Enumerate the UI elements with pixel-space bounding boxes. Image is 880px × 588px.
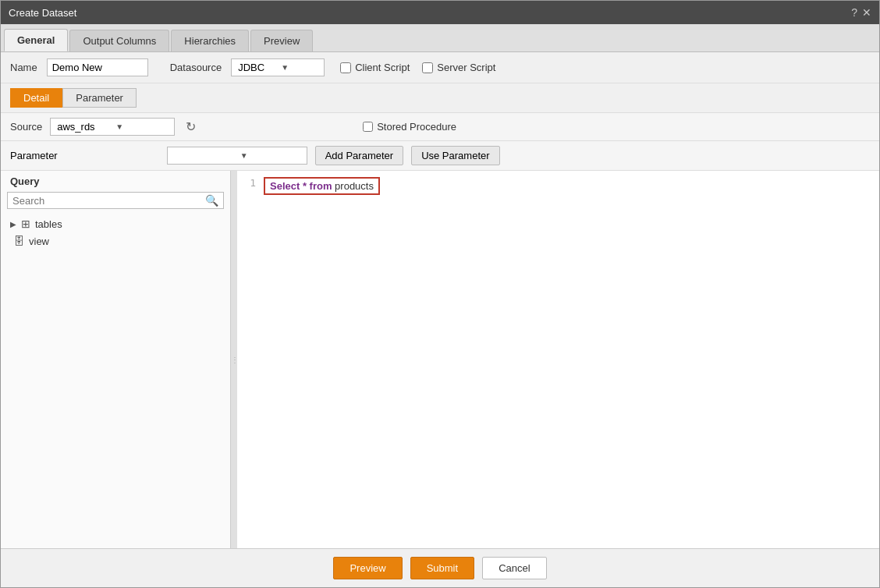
tab-detail[interactable]: Detail <box>10 88 62 108</box>
sql-plain: products <box>332 180 373 192</box>
tab-general[interactable]: General <box>4 29 68 51</box>
search-box: 🔍 <box>7 192 224 209</box>
query-line-1: 1 Select * from products <box>243 177 873 195</box>
source-select[interactable]: aws_rds ▼ <box>50 118 175 136</box>
datasource-label: Datasource <box>170 62 222 73</box>
name-input[interactable] <box>47 58 148 76</box>
query-label: Query <box>1 171 230 189</box>
server-script-checkbox[interactable] <box>422 62 433 73</box>
refresh-button[interactable]: ↻ <box>183 118 199 136</box>
stored-procedure-checkbox-group: Stored Procedure <box>363 121 456 133</box>
client-script-label: Client Script <box>355 62 410 73</box>
parameter-value <box>171 149 237 162</box>
panel-divider[interactable]: ⋮ <box>231 171 237 548</box>
close-icon[interactable]: ✕ <box>862 6 871 19</box>
search-input[interactable] <box>12 195 205 207</box>
stored-procedure-label: Stored Procedure <box>377 121 456 133</box>
query-highlighted-block: Select * from products <box>264 177 380 195</box>
name-label: Name <box>10 62 37 73</box>
tab-output-columns[interactable]: Output Columns <box>69 30 169 51</box>
search-icon: 🔍 <box>205 194 218 207</box>
tree-item-view[interactable]: 🗄 view <box>7 232 224 250</box>
view-icon: 🗄 <box>13 235 24 247</box>
title-bar-controls: ? ✕ <box>851 6 871 19</box>
datasource-select[interactable]: JDBC ▼ <box>231 58 325 76</box>
preview-button[interactable]: Preview <box>333 557 402 579</box>
query-editor[interactable]: 1 Select * from products <box>237 171 879 548</box>
help-icon[interactable]: ? <box>851 6 857 19</box>
tree-area: ▶ ⊞ tables 🗄 view <box>1 212 230 548</box>
sub-tab-bar: Detail Parameter <box>1 83 879 113</box>
source-arrow-icon: ▼ <box>112 122 171 132</box>
line-number-1: 1 <box>243 177 256 189</box>
parameter-select[interactable]: ▼ <box>167 147 307 165</box>
tree-item-tables[interactable]: ▶ ⊞ tables <box>7 215 224 232</box>
name-datasource-row: Name Datasource JDBC ▼ Client Script Ser… <box>1 52 879 83</box>
submit-button[interactable]: Submit <box>410 557 474 579</box>
query-editor-panel: 1 Select * from products <box>237 171 879 548</box>
server-script-checkbox-group: Server Script <box>422 62 495 73</box>
tree-item-view-label: view <box>29 236 49 247</box>
parameter-arrow-icon: ▼ <box>237 151 303 161</box>
datasource-arrow-icon: ▼ <box>278 62 321 73</box>
cancel-button[interactable]: Cancel <box>482 557 546 579</box>
source-value: aws_rds <box>54 120 112 133</box>
client-script-checkbox[interactable] <box>340 62 351 73</box>
dialog-title: Create Dataset <box>9 7 76 19</box>
title-bar: Create Dataset ? ✕ <box>1 1 879 24</box>
server-script-label: Server Script <box>437 62 495 73</box>
tables-icon: ⊞ <box>21 218 30 230</box>
stored-procedure-checkbox[interactable] <box>363 122 373 132</box>
sql-keyword: Select * from <box>270 180 332 192</box>
tree-item-tables-label: tables <box>35 218 62 230</box>
client-script-checkbox-group: Client Script <box>340 62 410 73</box>
create-dataset-dialog: Create Dataset ? ✕ General Output Column… <box>0 0 880 588</box>
use-parameter-button[interactable]: Use Parameter <box>411 146 499 165</box>
left-panel: Query 🔍 ▶ ⊞ tables 🗄 view <box>1 171 231 548</box>
source-label: Source <box>10 121 42 133</box>
source-row: Source aws_rds ▼ ↻ Stored Procedure <box>1 113 879 141</box>
footer: Preview Submit Cancel <box>1 548 879 587</box>
expand-arrow-icon: ▶ <box>10 220 16 228</box>
tab-preview[interactable]: Preview <box>250 30 313 51</box>
script-checkboxes: Client Script Server Script <box>340 62 495 73</box>
parameter-row: Parameter ▼ Add Parameter Use Parameter <box>1 141 879 171</box>
main-content: Query 🔍 ▶ ⊞ tables 🗄 view ⋮ <box>1 171 879 548</box>
tab-parameter[interactable]: Parameter <box>62 88 137 108</box>
parameter-label: Parameter <box>10 150 58 161</box>
tab-hierarchies[interactable]: Hierarchies <box>171 30 249 51</box>
datasource-value: JDBC <box>235 61 278 74</box>
main-tab-bar: General Output Columns Hierarchies Previ… <box>1 24 879 52</box>
add-parameter-button[interactable]: Add Parameter <box>315 146 403 165</box>
